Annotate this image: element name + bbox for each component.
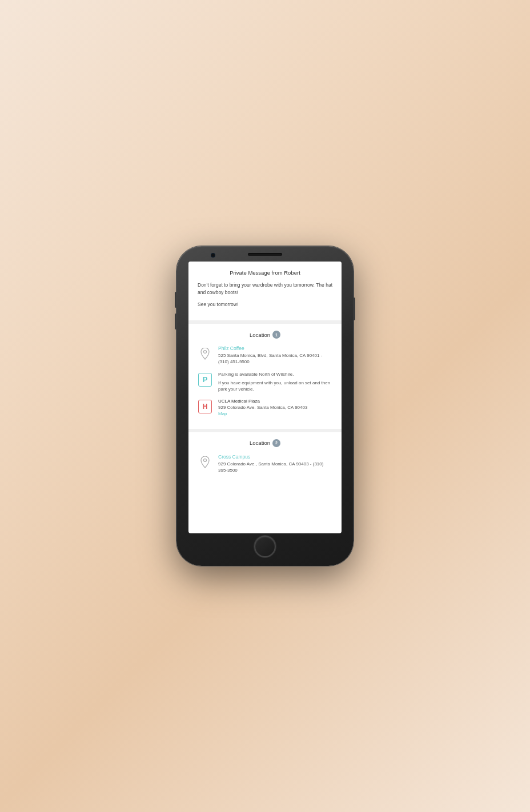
phone-screen: Private Message from Robert Don't forget… (188, 262, 342, 533)
pin-icon-philz (198, 347, 212, 361)
phone-top (176, 246, 354, 259)
message-body-line1: Don't forget to bring your wardrobe with… (198, 282, 332, 296)
svg-point-1 (204, 459, 207, 461)
location2-section: Location 2 Cross Campus (188, 432, 342, 486)
phone-device: Private Message from Robert Don't forget… (176, 246, 354, 566)
parking-icon-container: P (198, 372, 212, 387)
parking-text-container: Parking is available North of Wilshire. … (218, 371, 332, 393)
location1-header: Location 1 (198, 331, 332, 339)
earpiece-speaker (248, 253, 282, 256)
cross-campus-row: Cross Campus 929 Colorado Ave., Santa Mo… (198, 454, 332, 473)
location1-section: Location 1 Philz Coffee (188, 324, 342, 432)
page-wrapper: Private Message from Robert Don't forget… (0, 0, 530, 812)
parking-p-icon: P (198, 373, 212, 387)
svg-point-0 (204, 351, 207, 353)
volume-down-button[interactable] (175, 313, 176, 329)
message-section: Private Message from Robert Don't forget… (188, 262, 342, 324)
location2-title: Location (250, 440, 270, 446)
phone-bottom (254, 536, 276, 563)
location2-header: Location 2 (198, 439, 332, 447)
screen-content: Private Message from Robert Don't forget… (188, 262, 342, 533)
volume-up-button[interactable] (175, 292, 176, 308)
power-button[interactable] (354, 298, 355, 320)
cross-campus-text: Cross Campus 929 Colorado Ave., Santa Mo… (218, 454, 332, 473)
philz-coffee-address: 525 Santa Monica, Blvd, Santa Monica, CA… (218, 352, 332, 365)
message-body-line2: See you tomorrow! (198, 301, 332, 308)
pin-icon-cross (198, 455, 212, 470)
philz-coffee-name[interactable]: Philz Coffee (218, 345, 332, 351)
location1-title: Location (250, 332, 270, 338)
parking-line2: If you have equipment with you, unload o… (218, 380, 332, 392)
hospital-h-icon: H (198, 400, 212, 413)
philz-coffee-row: Philz Coffee 525 Santa Monica, Blvd, San… (198, 345, 332, 365)
cross-campus-address: 929 Colorado Ave., Santa Monica, CA 9040… (218, 461, 332, 473)
ucla-text-container: UCLA Medical Plaza 929 Colorado Ave. San… (218, 398, 332, 416)
ucla-address: 929 Colorado Ave. Santa Monica, CA 90403 (218, 404, 332, 411)
home-button[interactable] (254, 536, 276, 557)
parking-row: P Parking is available North of Wilshire… (198, 371, 332, 393)
ucla-map-link[interactable]: Map (218, 411, 332, 416)
parking-line1: Parking is available North of Wilshire. (218, 371, 332, 377)
location1-badge: 1 (272, 331, 280, 339)
cross-campus-name[interactable]: Cross Campus (218, 454, 332, 460)
philz-coffee-text: Philz Coffee 525 Santa Monica, Blvd, San… (218, 345, 332, 365)
location2-badge: 2 (272, 439, 280, 447)
front-camera (211, 253, 215, 258)
hospital-icon-container: H (198, 399, 212, 414)
ucla-row: H UCLA Medical Plaza 929 Colorado Ave. S… (198, 398, 332, 416)
message-body: Don't forget to bring your wardrobe with… (198, 282, 332, 308)
ucla-name: UCLA Medical Plaza (218, 398, 332, 404)
message-title: Private Message from Robert (198, 270, 332, 276)
